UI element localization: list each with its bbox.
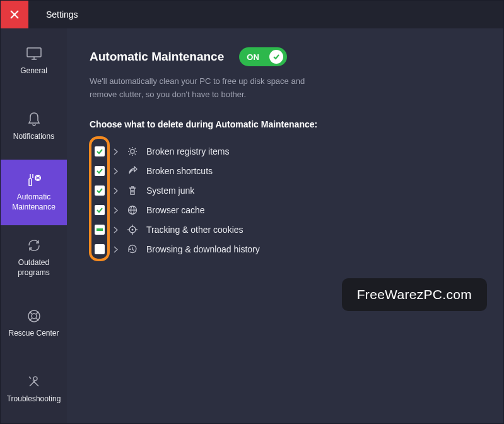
lifebuoy-icon: [25, 309, 43, 324]
chevron-right-icon[interactable]: [112, 168, 119, 175]
trash-icon: [126, 186, 139, 196]
sidebar: General Notifications Automatic Maintena…: [1, 28, 67, 423]
check-icon: [96, 206, 103, 214]
option-label: Broken registry items: [146, 146, 229, 156]
chevron-right-icon[interactable]: [112, 246, 119, 253]
toggle-automatic-maintenance[interactable]: ON: [239, 47, 287, 66]
checkbox[interactable]: [95, 186, 105, 196]
maintenance-icon: [25, 172, 43, 187]
option-broken-shortcuts[interactable]: Broken shortcuts: [91, 162, 481, 181]
sidebar-item-label: Rescue Center: [6, 329, 61, 339]
option-browser-cache[interactable]: Browser cache: [91, 201, 481, 220]
tools-icon: [25, 374, 43, 389]
main-panel: Automatic Maintenance ON We'll automatic…: [67, 28, 503, 423]
chevron-right-icon[interactable]: [112, 207, 119, 214]
sidebar-item-automatic-maintenance[interactable]: Automatic Maintenance: [1, 160, 67, 225]
close-icon: [10, 10, 19, 19]
check-icon: [273, 53, 280, 61]
check-icon: [96, 148, 103, 155]
sidebar-item-troubleshooting[interactable]: Troubleshooting: [1, 356, 67, 422]
svg-rect-0: [27, 48, 41, 57]
option-tracking-cookies[interactable]: Tracking & other cookies: [91, 220, 481, 240]
option-label: Tracking & other cookies: [146, 225, 243, 235]
check-icon: [96, 167, 103, 175]
window-title: Settings: [46, 9, 78, 20]
svg-point-5: [32, 314, 37, 319]
option-label: Browsing & download history: [146, 244, 260, 254]
option-label: Browser cache: [146, 205, 205, 215]
option-label: System junk: [146, 186, 194, 196]
sidebar-item-rescue-center[interactable]: Rescue Center: [1, 291, 67, 356]
sidebar-item-label: Outdated programs: [1, 258, 67, 278]
page-title: Automatic Maintenance: [90, 50, 224, 64]
svg-point-15: [132, 229, 134, 231]
section-heading: Choose what to delete during Automatic M…: [90, 119, 481, 129]
globe-icon: [126, 205, 139, 215]
option-label: Broken shortcuts: [146, 166, 213, 176]
titlebar: Settings: [1, 1, 503, 28]
check-icon: [96, 187, 103, 194]
bell-icon: [25, 112, 43, 127]
checkbox[interactable]: [95, 166, 105, 176]
refresh-icon: [25, 238, 43, 253]
chevron-right-icon[interactable]: [112, 187, 119, 194]
sidebar-item-label: Automatic Maintenance: [1, 192, 67, 212]
sidebar-item-notifications[interactable]: Notifications: [1, 94, 67, 160]
option-browsing-history[interactable]: Browsing & download history: [91, 240, 481, 259]
description-text: We'll automatically clean your PC to fre…: [90, 75, 317, 102]
history-icon: [126, 244, 139, 254]
sidebar-item-label: Notifications: [11, 132, 57, 142]
target-icon: [126, 225, 139, 235]
option-list: Broken registry items Broken shortcuts S…: [90, 142, 481, 259]
checkbox[interactable]: [95, 225, 105, 235]
sidebar-item-general[interactable]: General: [1, 28, 67, 94]
checkbox[interactable]: [95, 244, 105, 254]
svg-line-7: [36, 312, 38, 314]
sidebar-item-label: General: [18, 66, 50, 76]
option-broken-registry[interactable]: Broken registry items: [91, 142, 481, 162]
sidebar-item-label: Troubleshooting: [4, 394, 64, 404]
watermark: FreeWarezPC.com: [342, 278, 487, 311]
monitor-icon: [25, 46, 43, 61]
svg-line-9: [36, 318, 38, 321]
toggle-label: ON: [247, 52, 259, 62]
checkbox[interactable]: [95, 146, 105, 156]
gear-icon: [126, 146, 139, 156]
share-icon: [126, 166, 139, 176]
svg-point-10: [131, 150, 134, 153]
checkbox[interactable]: [95, 205, 105, 215]
svg-line-8: [30, 318, 32, 321]
svg-line-6: [30, 312, 32, 314]
option-system-junk[interactable]: System junk: [91, 181, 481, 201]
chevron-right-icon[interactable]: [112, 227, 119, 233]
toggle-knob: [269, 50, 283, 64]
sidebar-item-outdated-programs[interactable]: Outdated programs: [1, 225, 67, 291]
chevron-right-icon[interactable]: [112, 148, 119, 155]
close-button[interactable]: [1, 1, 28, 28]
